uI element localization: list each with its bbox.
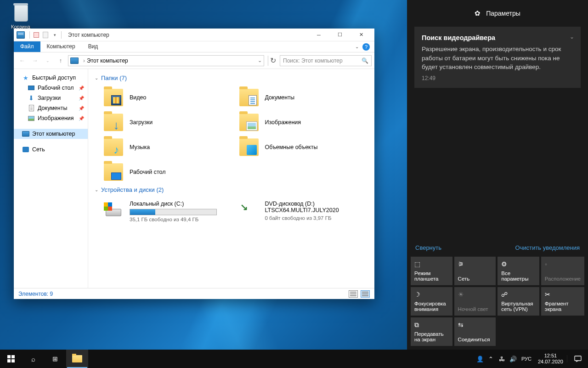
folder-label: Объемные объекты (265, 144, 318, 150)
folder-video[interactable]: Видео (101, 86, 233, 109)
tray-language[interactable]: РУС (519, 356, 534, 362)
tab-file[interactable]: Файл (14, 41, 40, 52)
sidebar-downloads[interactable]: ⬇Загрузки📌 (14, 93, 88, 103)
folder-label: Загрузки (130, 119, 153, 126)
tray-overflow-icon[interactable]: ⌃ (486, 356, 497, 362)
qa-label: Передавать на экран (414, 331, 449, 342)
address-dropdown-icon[interactable]: ⌄ (258, 58, 262, 63)
sidebar-label: Этот компьютер (32, 131, 75, 137)
collapse-icon: ⌄ (95, 187, 98, 192)
nav-forward-button[interactable]: → (29, 55, 40, 66)
action-center: Параметры ⌄ Поиск видеодрайвера Разрешен… (407, 0, 588, 350)
folder-3d-objects[interactable]: Объемные объекты (237, 136, 368, 159)
sidebar-this-pc[interactable]: Этот компьютер (14, 129, 88, 139)
svg-rect-2 (7, 359, 11, 362)
tray-clock[interactable]: 12:51 24.07.2020 (534, 353, 567, 365)
section-drives[interactable]: ⌄Устройства и диски (2) (95, 186, 368, 193)
tray-network-icon[interactable]: 🖧 (497, 356, 508, 362)
sidebar-desktop[interactable]: Рабочий стол📌 (14, 83, 88, 93)
help-icon[interactable]: ? (362, 43, 370, 51)
titlebar[interactable]: ▾ Этот компьютер ─ ☐ ✕ (14, 29, 374, 41)
sidebar-pictures[interactable]: Изображения📌 (14, 113, 88, 123)
section-folders[interactable]: ⌄Папки (7) (95, 75, 368, 81)
address-bar[interactable]: › Этот компьютер ⌄ (68, 55, 264, 66)
qa-focus-assist[interactable]: ☽Фокусировка внимания (411, 287, 452, 316)
minimize-button[interactable]: ─ (308, 29, 329, 41)
notification[interactable]: ⌄ Поиск видеодрайвера Разрешение экрана,… (414, 27, 581, 88)
folder-label: Изображения (265, 119, 301, 126)
folder-downloads[interactable]: ↓Загрузки (101, 111, 233, 134)
sidebar-documents[interactable]: Документы📌 (14, 103, 88, 113)
tray-action-center-button[interactable] (567, 355, 588, 362)
drive-d[interactable]: DVD-дисковод (D:)LTSCX64.MULTI7.JULY2020… (237, 198, 368, 225)
clear-notifications-link[interactable]: Очистить уведомления (515, 244, 580, 251)
svg-rect-4 (575, 356, 581, 361)
folder-music[interactable]: Музыка (101, 136, 233, 159)
close-button[interactable]: ✕ (351, 29, 372, 41)
qa-location[interactable]: ◦Расположение (541, 257, 584, 285)
sidebar-quick-access[interactable]: ★Быстрый доступ (14, 73, 88, 83)
search-input[interactable]: Поиск: Этот компьютер 🔍 (280, 55, 372, 66)
action-center-header[interactable]: Параметры (407, 0, 588, 27)
collapse-link[interactable]: Свернуть (415, 244, 441, 251)
maximize-button[interactable]: ☐ (329, 29, 351, 41)
folder-desktop[interactable]: Рабочий стол (101, 161, 233, 184)
qa-network[interactable]: ⚞Сеть (454, 257, 496, 285)
drive-free: 0 байт свободно из 3,97 ГБ (265, 215, 366, 221)
music-icon (111, 145, 121, 155)
folder-documents[interactable]: Документы (237, 86, 368, 109)
moon-icon: ☽ (414, 291, 449, 298)
sidebar: ★Быстрый доступ Рабочий стол📌 ⬇Загрузки📌… (14, 69, 88, 288)
desktop-recycle-bin[interactable]: Корзина (7, 2, 34, 29)
address-segment[interactable]: Этот компьютер (87, 58, 128, 64)
windows-icon (7, 355, 15, 362)
tab-computer[interactable]: Компьютер (40, 41, 82, 52)
nav-back-button[interactable]: ← (17, 55, 28, 66)
qa-screen-snip[interactable]: ✂Фрагмент экрана (541, 287, 584, 316)
star-icon: ★ (22, 74, 29, 81)
qa-all-settings[interactable]: ⚙Все параметры (498, 257, 539, 285)
qa-project[interactable]: ⧉Передавать на экран (411, 317, 452, 346)
action-center-title: Параметры (486, 10, 520, 17)
drive-name: DVD-дисковод (D:)LTSCX64.MULTI7.JULY2020 (265, 201, 366, 213)
qa-connect[interactable]: ⇆Соединиться (454, 317, 496, 346)
qa-night-light[interactable]: ☀Ночной свет (454, 287, 496, 316)
chevron-down-icon[interactable]: ⌄ (570, 33, 574, 41)
task-view-button[interactable]: ⊞ (44, 350, 66, 368)
downloads-icon: ⬇ (28, 94, 35, 102)
view-tiles-button[interactable] (361, 290, 370, 298)
nav-up-button[interactable]: ↑ (55, 55, 66, 66)
network-icon (22, 146, 29, 153)
qat-new-folder-icon[interactable] (41, 30, 50, 40)
qa-tablet-mode[interactable]: ⬚Режим планшета (411, 257, 452, 285)
tray-volume-icon[interactable]: 🔊 (508, 356, 519, 362)
qa-label: Виртуальная сеть (VPN) (501, 301, 536, 312)
notification-title: Поиск видеодрайвера (422, 33, 573, 43)
status-bar: Элементов: 9 (14, 288, 374, 299)
ribbon-collapse-icon[interactable]: ⌄ (355, 44, 359, 49)
qat-properties-icon[interactable] (32, 30, 41, 40)
search-icon[interactable]: 🔍 (362, 58, 368, 64)
tab-view[interactable]: Вид (82, 41, 105, 52)
desktop-icon (28, 84, 35, 92)
pin-icon: 📌 (79, 116, 84, 121)
window-title: Этот компьютер (68, 32, 109, 38)
qa-vpn[interactable]: ☍Виртуальная сеть (VPN) (498, 287, 539, 316)
quick-actions: ⬚Режим планшета ⚞Сеть ⚙Все параметры ◦Ра… (407, 255, 588, 350)
view-details-button[interactable] (349, 290, 358, 298)
drive-c[interactable]: Локальный диск (C:) 35,1 ГБ свободно из … (101, 198, 233, 225)
search-button[interactable]: ⌕ (22, 350, 44, 368)
documents-icon (28, 104, 35, 112)
refresh-button[interactable]: ↻ (268, 56, 278, 66)
taskbar-explorer[interactable] (66, 350, 88, 368)
tray-time: 12:51 (538, 353, 563, 359)
sidebar-network[interactable]: Сеть (14, 144, 88, 155)
tray-people-icon[interactable]: 👤 (475, 356, 486, 362)
capacity-bar (130, 209, 217, 215)
qat-dropdown-icon[interactable]: ▾ (50, 30, 59, 40)
start-button[interactable] (0, 350, 22, 368)
nav-recent-dropdown[interactable]: ⌄ (42, 55, 53, 66)
folder-pictures[interactable]: Изображения (237, 111, 368, 134)
taskbar: ⌕ ⊞ 👤 ⌃ 🖧 🔊 РУС 12:51 24.07.2020 (0, 350, 588, 368)
explorer-window: ▾ Этот компьютер ─ ☐ ✕ Файл Компьютер Ви… (14, 29, 374, 299)
